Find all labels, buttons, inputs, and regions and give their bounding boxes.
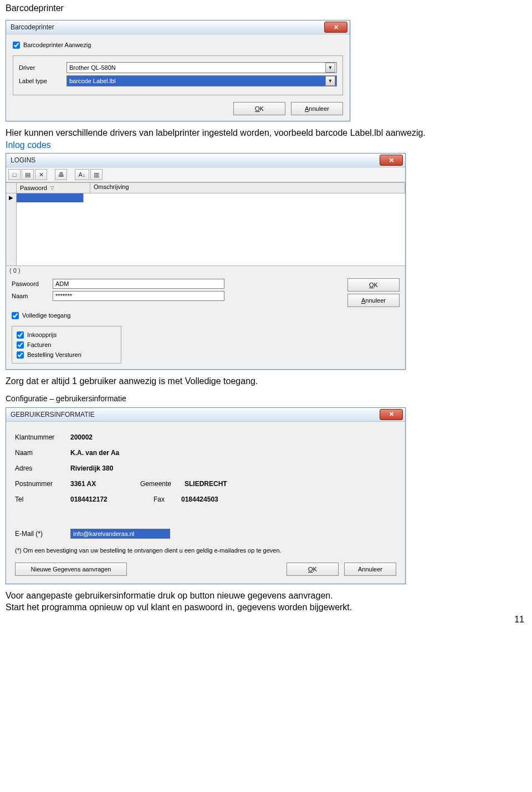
label-tel: Tel	[15, 495, 70, 503]
fieldset-driver: Driver Brother QL-580N ▼ Label type barc…	[13, 55, 343, 95]
paswoord-field[interactable]: ADM	[53, 279, 224, 289]
label-volledige-toegang: Volledige toegang	[22, 312, 70, 319]
label-driver: Driver	[19, 64, 66, 71]
chevron-down-icon: ▼	[325, 76, 335, 86]
row-barcodeprinter-aanwezig: Barcodeprinter Aanwezig	[13, 40, 343, 50]
label-naam: Naam	[12, 293, 53, 299]
row-naam-info: Naam K.A. van der Aa	[15, 445, 396, 461]
checkbox-inkoopprijs[interactable]	[17, 331, 24, 339]
grid-header: Paswoord ▽ Omschrijving	[6, 182, 405, 193]
page-number: 11	[6, 615, 526, 625]
row-labeltype: Label type barcode Label.lbl ▼	[19, 75, 337, 87]
grid-cell-selected[interactable]	[17, 193, 84, 202]
ok-hotkey: O	[255, 105, 260, 112]
chevron-down-icon: ▼	[325, 63, 335, 73]
body-gebruikersinformatie: Klantnummer 200002 Naam K.A. van der Aa …	[6, 422, 405, 584]
close-icon[interactable]: ✕	[324, 22, 347, 33]
ok-button[interactable]: OK	[287, 563, 339, 576]
row-postnummer: Postnummer 3361 AX Gemeente SLIEDRECHT	[15, 476, 396, 492]
annuleer-button[interactable]: Annuleer	[347, 294, 400, 307]
row-inkoopprijs: Inkoopprijs	[17, 330, 116, 340]
value-adres: Rivierdijk 380	[70, 464, 113, 472]
row-tel: Tel 0184412172 Fax 0184424503	[15, 492, 396, 507]
label-inkoopprijs: Inkoopprijs	[27, 331, 57, 338]
row-indicator-icon: ▶	[6, 193, 17, 265]
naam-field[interactable]: *******	[53, 291, 224, 301]
row-driver: Driver Brother QL-580N ▼	[19, 62, 337, 74]
label-adres: Adres	[15, 464, 70, 472]
title-gebruikersinformatie: GEBRUIKERSINFORMATIE	[11, 411, 95, 418]
logins-form: Paswoord ADM Naam ******* OK Annuleer Vo…	[6, 275, 405, 369]
label-postnummer: Postnummer	[15, 480, 70, 488]
titlebar-gebruikersinformatie: GEBRUIKERSINFORMATIE ✕	[6, 408, 405, 422]
dialog-logins: LOGINS ✕ □ ▤ ✕ 🖶 A↓ ▥ Paswoord ▽ Omschri…	[6, 153, 406, 370]
ok-button[interactable]: OK	[233, 102, 285, 115]
button-row-barcode: OK Annuleer	[13, 102, 343, 115]
label-paswoord: Paswoord	[12, 280, 53, 287]
row-email: E-Mail (*) info@karelvanderaa.nl	[15, 526, 396, 541]
link-inlog-codes: Inlog codes	[6, 140, 51, 150]
dialog-barcodeprinter: Barcodeprinter ✕ Barcodeprinter Aanwezig…	[6, 20, 350, 121]
value-fax: 0184424503	[181, 495, 218, 503]
checkbox-volledige-toegang[interactable]	[12, 312, 19, 319]
grid-body: ▶	[6, 193, 405, 266]
titlebar-logins: LOGINS ✕	[6, 154, 405, 167]
label-facturen: Facturen	[27, 341, 51, 348]
logins-button-col: OK Annuleer	[347, 278, 400, 307]
row-naam: Naam *******	[12, 290, 347, 302]
column-omschrijving[interactable]: Omschrijving	[90, 183, 405, 193]
annuleer-button[interactable]: Annuleer	[291, 102, 343, 115]
row-bestelling-versturen: Bestelling Versturen	[17, 350, 116, 360]
sort-asc-icon: ▽	[50, 185, 54, 191]
titlebar-barcodeprinter: Barcodeprinter ✕	[6, 21, 350, 34]
combo-labeltype[interactable]: barcode Label.lbl ▼	[66, 75, 337, 86]
checkbox-bestelling-versturen[interactable]	[17, 351, 24, 359]
label-email: E-Mail (*)	[15, 530, 70, 538]
new-icon[interactable]: □	[8, 169, 21, 180]
columns-icon[interactable]: ▥	[90, 169, 103, 180]
value-gemeente: SLIEDRECHT	[185, 480, 227, 488]
close-icon[interactable]: ✕	[380, 155, 403, 166]
column-paswoord[interactable]: Paswoord ▽	[17, 183, 90, 193]
paragraph-1: Hier kunnen verschillende drivers van la…	[6, 127, 526, 151]
sort-icon[interactable]: A↓	[75, 169, 89, 180]
paragraph-2: Zorg dat er altijd 1 gebruiker aanwezig …	[6, 375, 526, 387]
value-postnummer: 3361 AX	[70, 480, 120, 488]
note-email: (*) Om een bevestiging van uw bestelling…	[15, 547, 396, 554]
checkbox-barcodeprinter-aanwezig[interactable]	[13, 42, 20, 49]
label-fax: Fax	[154, 495, 181, 503]
combo-labeltype-value: barcode Label.lbl	[69, 78, 116, 84]
record-counter: ( 0 )	[6, 266, 405, 275]
checkbox-facturen[interactable]	[17, 341, 24, 349]
row-klantnummer: Klantnummer 200002	[15, 430, 396, 445]
row-paswoord: Paswoord ADM	[12, 278, 347, 289]
delete-icon[interactable]: ✕	[35, 169, 47, 180]
label-labeltype: Label type	[19, 78, 66, 84]
value-naam-info: K.A. van der Aa	[70, 449, 119, 457]
nieuwe-gegevens-button[interactable]: Nieuwe Gegevens aanvragen	[15, 563, 127, 576]
row-adres: Adres Rivierdijk 380	[15, 461, 396, 476]
label-gemeente: Gemeente	[140, 480, 185, 488]
annuleer-button[interactable]: Annuleer	[344, 563, 396, 576]
row-facturen: Facturen	[17, 340, 116, 350]
title-logins: LOGINS	[11, 156, 35, 164]
fieldset-options: Inkoopprijs Facturen Bestelling Versture…	[12, 326, 121, 364]
toolbar-logins: □ ▤ ✕ 🖶 A↓ ▥	[6, 167, 405, 182]
label-naam-info: Naam	[15, 449, 70, 457]
value-klantnummer: 200002	[70, 433, 93, 441]
label-klantnummer: Klantnummer	[15, 433, 70, 441]
column-paswoord-label: Paswoord	[20, 185, 47, 191]
title-barcodeprinter: Barcodeprinter	[11, 23, 54, 31]
close-icon[interactable]: ✕	[380, 409, 403, 420]
email-field[interactable]: info@karelvanderaa.nl	[70, 529, 170, 539]
row-volledige-toegang: Volledige toegang	[12, 310, 400, 320]
value-tel: 0184412172	[70, 495, 137, 503]
dialog-gebruikersinformatie: GEBRUIKERSINFORMATIE ✕ Klantnummer 20000…	[6, 407, 406, 584]
ok-button[interactable]: OK	[347, 278, 400, 292]
combo-driver[interactable]: Brother QL-580N ▼	[66, 62, 337, 73]
print-icon[interactable]: 🖶	[55, 169, 67, 180]
combo-driver-value: Brother QL-580N	[69, 64, 116, 71]
open-icon[interactable]: ▤	[22, 169, 34, 180]
label-barcodeprinter-aanwezig: Barcodeprinter Aanwezig	[23, 42, 91, 48]
annuleer-hotkey: A	[305, 105, 309, 112]
